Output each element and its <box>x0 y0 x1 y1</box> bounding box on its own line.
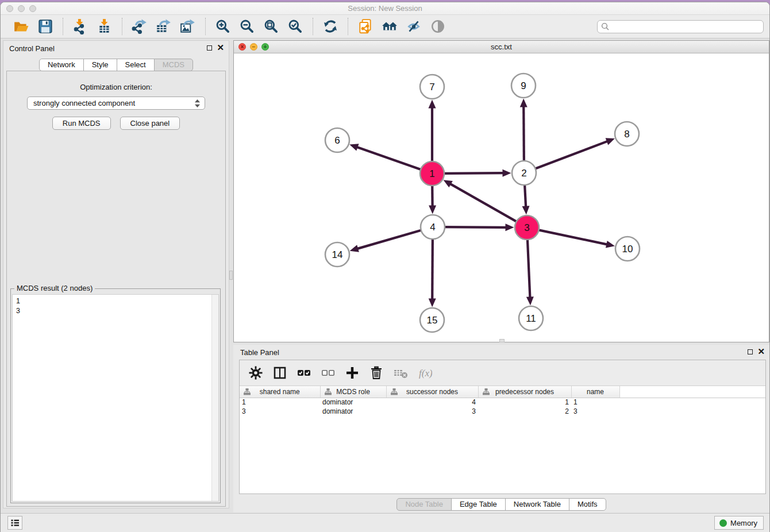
table-tab-edge-table[interactable]: Edge Table <box>451 498 506 511</box>
graph-node-8[interactable]: 8 <box>615 122 639 146</box>
graph-node-2[interactable]: 2 <box>512 161 536 185</box>
preview-eye-icon[interactable] <box>428 17 448 36</box>
tab-select[interactable]: Select <box>117 59 155 71</box>
delete-table-icon <box>392 365 409 381</box>
edge-3-10[interactable] <box>539 230 608 244</box>
close-panel-button[interactable]: Close panel <box>120 117 180 130</box>
control-panel: Control Panel ✕ NetworkStyleSelectMCDS O… <box>3 40 229 508</box>
column-header-successor-nodes[interactable]: successor nodes <box>386 386 478 398</box>
table-settings-icon[interactable] <box>248 365 264 381</box>
table-tab-network-table[interactable]: Network Table <box>505 498 569 511</box>
delete-column-icon[interactable] <box>368 365 384 381</box>
network-canvas[interactable]: 7968124314101511 <box>234 53 769 342</box>
close-window-icon[interactable] <box>6 5 13 12</box>
save-session-icon[interactable] <box>35 17 56 36</box>
column-header-predecessor-nodes[interactable]: predecessor nodes <box>478 386 571 398</box>
edge-arrowhead <box>526 296 534 305</box>
tab-style[interactable]: Style <box>83 59 117 71</box>
graph-node-6[interactable]: 6 <box>325 128 349 152</box>
edge-2-9[interactable] <box>523 106 524 161</box>
optimization-criterion-label: Optimization criterion: <box>7 83 225 91</box>
svg-text:1: 1 <box>429 168 434 179</box>
mcds-result-group: MCDS result (2 nodes) 1 3 <box>10 288 221 503</box>
graph-node-1[interactable]: 1 <box>420 161 444 186</box>
zoom-in-icon[interactable] <box>213 17 233 36</box>
deselect-all-icon[interactable] <box>320 365 336 381</box>
table-row[interactable]: 3dominator323 <box>240 407 765 416</box>
node-table[interactable]: shared nameMCDS rolesuccessor nodesprede… <box>240 386 765 416</box>
column-header-name[interactable]: name <box>571 386 619 398</box>
graph-node-7[interactable]: 7 <box>420 75 444 99</box>
edge-4-14[interactable] <box>357 230 421 249</box>
graph-node-3[interactable]: 3 <box>515 215 539 240</box>
hide-panels-icon[interactable] <box>403 17 424 36</box>
splitter-handle[interactable] <box>229 271 233 280</box>
export-table-icon[interactable] <box>153 17 174 36</box>
mcds-result-textarea[interactable]: 1 3 <box>12 294 219 502</box>
memory-button[interactable]: Memory <box>714 516 764 530</box>
import-table-icon[interactable] <box>94 17 115 36</box>
main-area: Control Panel ✕ NetworkStyleSelectMCDS O… <box>1 38 769 513</box>
window-controls[interactable] <box>6 5 36 12</box>
graph-node-9[interactable]: 9 <box>511 74 536 98</box>
export-image-icon[interactable] <box>178 17 198 36</box>
select-all-icon[interactable] <box>296 365 312 381</box>
zoom-out-icon[interactable] <box>237 17 257 36</box>
edge-4-3[interactable] <box>445 227 507 228</box>
edge-4-15[interactable] <box>432 239 433 300</box>
edge-arrowhead <box>520 98 528 107</box>
maximize-window-icon[interactable] <box>29 5 36 12</box>
search-input[interactable] <box>597 20 764 33</box>
network-resize-handle[interactable] <box>499 339 505 342</box>
table-row[interactable]: 1dominator411 <box>240 398 765 407</box>
copy-network-icon[interactable] <box>355 17 376 36</box>
maximize-network-icon[interactable]: + <box>261 43 269 51</box>
edge-1-2[interactable] <box>444 173 504 174</box>
table-tab-motifs[interactable]: Motifs <box>569 498 606 511</box>
add-column-icon[interactable] <box>344 365 360 381</box>
show-columns-icon[interactable] <box>272 365 288 381</box>
svg-text:4: 4 <box>430 222 435 233</box>
criterion-select[interactable]: strongly connected component <box>27 97 205 110</box>
graph-node-4[interactable]: 4 <box>421 215 445 239</box>
graph-node-11[interactable]: 11 <box>519 306 543 330</box>
edge-3-1[interactable] <box>450 184 517 222</box>
export-network-icon[interactable] <box>129 17 150 36</box>
tab-mcds[interactable]: MCDS <box>154 59 193 71</box>
graph-node-14[interactable]: 14 <box>325 242 349 267</box>
zoom-fit-icon[interactable] <box>261 17 282 36</box>
edge-arrowhead <box>429 298 436 307</box>
import-network-icon[interactable] <box>70 17 91 36</box>
close-network-icon[interactable]: × <box>238 43 246 51</box>
zoom-selected-icon[interactable] <box>285 17 306 36</box>
table-tab-node-table[interactable]: Node Table <box>396 498 452 511</box>
toolbar-separator <box>122 18 122 35</box>
tab-network[interactable]: Network <box>39 59 84 71</box>
open-session-icon[interactable] <box>11 17 32 36</box>
edge-1-6[interactable] <box>356 147 421 169</box>
edge-2-8[interactable] <box>536 141 608 169</box>
home-view-icon[interactable] <box>379 17 400 36</box>
float-panel-icon[interactable] <box>207 45 212 51</box>
edge-3-11[interactable] <box>528 240 530 298</box>
graph-node-10[interactable]: 10 <box>615 237 640 261</box>
app-window: Session: New Session Control Panel ✕ <box>0 2 770 532</box>
column-header-shared-name[interactable]: shared name <box>240 386 320 398</box>
minimize-network-icon[interactable]: − <box>250 43 257 51</box>
refresh-network-icon[interactable] <box>320 17 341 36</box>
task-history-button[interactable] <box>7 516 22 530</box>
table-tabs: Node TableEdge TableNetwork TableMotifs <box>233 498 769 511</box>
minimize-window-icon[interactable] <box>18 5 25 12</box>
control-panel-title: Control Panel <box>9 44 55 53</box>
float-table-panel-icon[interactable] <box>748 349 753 354</box>
result-scrollbar[interactable] <box>211 295 218 501</box>
edge-2-3[interactable] <box>525 185 526 207</box>
toolbar-separator <box>205 18 206 35</box>
close-panel-icon[interactable]: ✕ <box>217 45 224 51</box>
column-header-MCDS-role[interactable]: MCDS role <box>320 386 386 398</box>
graph-node-15[interactable]: 15 <box>420 308 444 332</box>
svg-text:f(x): f(x) <box>419 368 432 379</box>
close-table-panel-icon[interactable]: ✕ <box>757 349 765 354</box>
list-icon <box>10 518 20 527</box>
run-mcds-button[interactable]: Run MCDS <box>52 117 111 130</box>
